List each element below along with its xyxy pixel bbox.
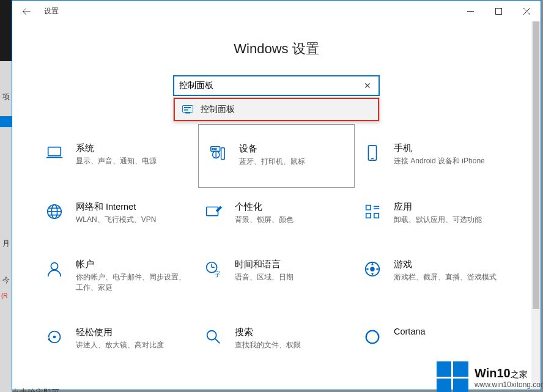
search-box[interactable]: ✕: [173, 75, 380, 96]
bottom-hint: 点击确定即可: [12, 387, 59, 392]
category-cortana[interactable]: Cortana: [357, 320, 514, 356]
category-title: 搜索: [235, 327, 301, 338]
search-suggestions: 控制面板: [173, 97, 380, 122]
svg-rect-8: [48, 147, 61, 156]
svg-rect-1: [495, 8, 501, 14]
close-button[interactable]: [512, 1, 541, 21]
category-time[interactable]: 字时间和语言语音、区域、日期: [198, 253, 355, 298]
svg-rect-26: [374, 213, 379, 218]
category-title: 游戏: [394, 259, 497, 270]
content-area: Windows 设置 ✕ 控制面板 系统显示、声音、通知、电源设备蓝牙、打印机、…: [12, 21, 541, 390]
svg-rect-6: [184, 109, 188, 111]
category-desc: 背景、锁屏、颜色: [235, 215, 294, 224]
category-desc: 讲述人、放大镜、高对比度: [76, 340, 164, 350]
scrollbar-thumb[interactable]: [533, 21, 539, 309]
category-title: 应用: [394, 201, 482, 213]
category-title: 系统: [76, 142, 157, 154]
watermark-suffix: 之家: [511, 369, 528, 379]
svg-rect-23: [207, 207, 218, 216]
category-desc: 连接 Android 设备和 iPhone: [394, 156, 485, 166]
scrollbar[interactable]: [531, 21, 541, 390]
svg-rect-24: [366, 205, 371, 210]
gaming-icon: [362, 259, 383, 279]
category-globe[interactable]: 网络和 InternetWLAN、飞行模式、VPN: [39, 195, 196, 231]
watermark-url: www.win10xitong.com: [475, 380, 543, 389]
svg-text:字: 字: [214, 271, 221, 278]
maximize-button[interactable]: [484, 1, 512, 21]
category-title: 个性化: [235, 201, 294, 213]
watermark: Win10之家 www.win10xitong.com: [437, 361, 543, 392]
category-laptop[interactable]: 系统显示、声音、通知、电源: [39, 136, 196, 173]
category-phone[interactable]: 手机连接 Android 设备和 iPhone: [357, 136, 514, 173]
category-desc: 显示、声音、通知、电源: [76, 156, 157, 166]
apps-icon: [362, 201, 383, 222]
svg-point-39: [366, 330, 379, 343]
category-devices[interactable]: 设备蓝牙、打印机、鼠标: [198, 124, 355, 188]
minimize-button[interactable]: [456, 1, 484, 21]
svg-point-37: [207, 330, 216, 339]
svg-rect-5: [184, 107, 191, 108]
personalize-icon: [203, 201, 224, 222]
window-title: 设置: [40, 6, 59, 17]
control-panel-icon: [182, 105, 193, 114]
settings-categories: 系统显示、声音、通知、电源设备蓝牙、打印机、鼠标手机连接 Android 设备和…: [12, 136, 541, 356]
category-title: 时间和语言: [235, 259, 294, 270]
svg-point-29: [51, 263, 57, 270]
category-title: Cortana: [394, 327, 426, 336]
svg-rect-25: [366, 213, 371, 218]
category-ease[interactable]: 轻松使用讲述人、放大镜、高对比度: [39, 320, 196, 356]
titlebar: 🡠 设置: [12, 1, 541, 21]
category-desc: WLAN、飞行模式、VPN: [76, 215, 156, 224]
svg-point-11: [212, 149, 213, 150]
category-desc: 语音、区域、日期: [235, 272, 294, 282]
category-title: 网络和 Internet: [76, 201, 156, 213]
svg-rect-14: [221, 148, 225, 160]
search-wrap: ✕ 控制面板: [173, 75, 380, 96]
category-apps[interactable]: 应用卸载、默认应用、可选功能: [357, 195, 514, 231]
category-title: 轻松使用: [76, 327, 164, 338]
suggestion-label: 控制面板: [201, 104, 235, 115]
search-input[interactable]: [179, 81, 361, 91]
windows-logo-icon: [437, 361, 468, 392]
page-heading: Windows 设置: [12, 40, 541, 58]
svg-point-13: [215, 149, 216, 150]
svg-rect-4: [183, 106, 193, 113]
category-desc: 蓝牙、打印机、鼠标: [239, 157, 305, 166]
category-desc: 查找我的文件、权限: [235, 340, 301, 350]
cortana-icon: [362, 327, 383, 347]
category-title: 设备: [239, 143, 305, 155]
category-title: 手机: [394, 142, 485, 154]
ease-icon: [44, 327, 65, 347]
svg-point-35: [370, 267, 375, 272]
globe-icon: [44, 201, 65, 222]
svg-rect-7: [185, 113, 190, 114]
settings-window: 🡠 设置 Windows 设置 ✕ 控制面板: [12, 0, 541, 390]
category-title: 帐户: [76, 259, 191, 270]
category-search[interactable]: 搜索查找我的文件、权限: [198, 320, 355, 356]
category-personalize[interactable]: 个性化背景、锁屏、颜色: [198, 195, 355, 231]
svg-point-36: [53, 335, 56, 338]
clear-search-icon[interactable]: ✕: [361, 81, 374, 91]
laptop-icon: [44, 142, 65, 163]
devices-icon: [207, 143, 228, 164]
account-icon: [44, 259, 65, 279]
search-suggestion[interactable]: 控制面板: [174, 98, 379, 121]
time-icon: 字: [203, 259, 224, 279]
category-account[interactable]: 帐户你的帐户、电子邮件、同步设置、工作、家庭: [39, 253, 196, 298]
background-strip: 项 月 今 (R: [0, 0, 12, 392]
category-desc: 你的帐户、电子邮件、同步设置、工作、家庭: [76, 272, 191, 292]
category-desc: 游戏栏、截屏、直播、游戏模式: [394, 272, 497, 282]
svg-point-12: [214, 149, 215, 150]
svg-line-38: [215, 339, 220, 344]
watermark-brand: Win10: [475, 366, 511, 380]
search-icon: [203, 327, 224, 347]
category-desc: 卸载、默认应用、可选功能: [394, 215, 482, 224]
back-button[interactable]: 🡠: [12, 6, 40, 17]
category-gaming[interactable]: 游戏游戏栏、截屏、直播、游戏模式: [357, 253, 514, 298]
phone-icon: [362, 142, 383, 163]
